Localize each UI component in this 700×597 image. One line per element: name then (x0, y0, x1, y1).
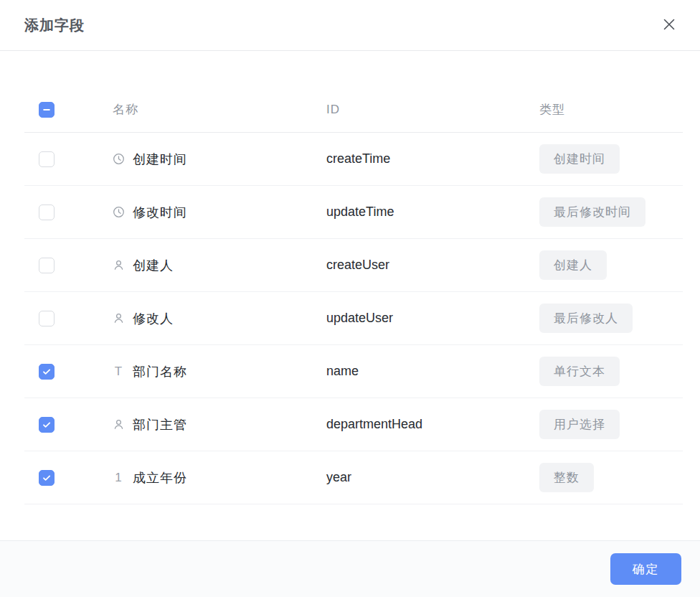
field-name: 创建人 (133, 257, 174, 274)
field-type-badge: 单行文本 (539, 357, 620, 386)
field-type-badge: 创建人 (539, 250, 607, 280)
row-checkbox[interactable] (39, 258, 55, 273)
table-header-row: 名称 ID 类型 (24, 87, 683, 133)
table-row: 1 成立年份 year 整数 (24, 451, 683, 504)
field-id: updateTime (326, 205, 539, 220)
dialog-body: 名称 ID 类型 创建时间 createTime 创建时间 修改时间 updat… (0, 51, 700, 504)
column-header-type: 类型 (539, 101, 683, 118)
table-body: 创建时间 createTime 创建时间 修改时间 updateTime 最后修… (24, 133, 683, 504)
field-type-badge: 最后修改时间 (539, 197, 645, 227)
table-row: T 部门名称 name 单行文本 (24, 345, 683, 398)
row-checkbox[interactable] (39, 151, 55, 167)
number-icon: 1 (113, 471, 125, 484)
field-name: 部门主管 (133, 416, 187, 433)
field-name: 修改时间 (133, 204, 187, 221)
table-row: 修改时间 updateTime 最后修改时间 (24, 186, 683, 239)
user-icon (113, 418, 125, 431)
column-header-id: ID (326, 103, 539, 117)
table-row: 部门主管 departmentHead 用户选择 (24, 398, 683, 451)
field-id: createUser (326, 258, 539, 273)
field-name: 部门名称 (133, 363, 187, 380)
row-checkbox[interactable] (39, 470, 55, 486)
table-row: 创建人 createUser 创建人 (24, 239, 683, 292)
dialog-title: 添加字段 (24, 16, 85, 35)
row-checkbox[interactable] (39, 364, 55, 380)
column-header-name: 名称 (113, 101, 326, 118)
field-name: 修改人 (133, 310, 174, 327)
field-id: createTime (326, 151, 539, 166)
field-id: year (326, 470, 539, 485)
row-checkbox[interactable] (39, 205, 55, 220)
dialog-header: 添加字段 (0, 0, 700, 51)
clock-icon (113, 153, 125, 166)
table-row: 创建时间 createTime 创建时间 (24, 133, 683, 186)
clock-icon (113, 206, 125, 219)
select-all-checkbox[interactable] (39, 102, 55, 118)
row-checkbox[interactable] (39, 417, 55, 433)
field-name: 成立年份 (133, 469, 187, 486)
text-icon: T (113, 365, 125, 378)
table-row: 修改人 updateUser 最后修改人 (24, 292, 683, 345)
field-id: name (326, 364, 539, 379)
field-name: 创建时间 (133, 151, 187, 168)
close-icon (661, 16, 678, 35)
close-button[interactable] (659, 14, 679, 37)
field-type-badge: 创建时间 (539, 144, 620, 174)
confirm-button[interactable]: 确定 (610, 553, 681, 585)
user-icon (113, 312, 125, 325)
field-id: departmentHead (326, 417, 539, 432)
field-type-badge: 整数 (539, 463, 594, 492)
field-type-badge: 最后修改人 (539, 304, 633, 333)
field-type-badge: 用户选择 (539, 410, 620, 439)
row-checkbox[interactable] (39, 311, 55, 326)
field-id: updateUser (326, 311, 539, 326)
user-icon (113, 259, 125, 272)
dialog-footer: 确定 (0, 540, 700, 597)
add-field-dialog: 添加字段 名称 ID 类型 创建时间 createTime (0, 0, 700, 597)
